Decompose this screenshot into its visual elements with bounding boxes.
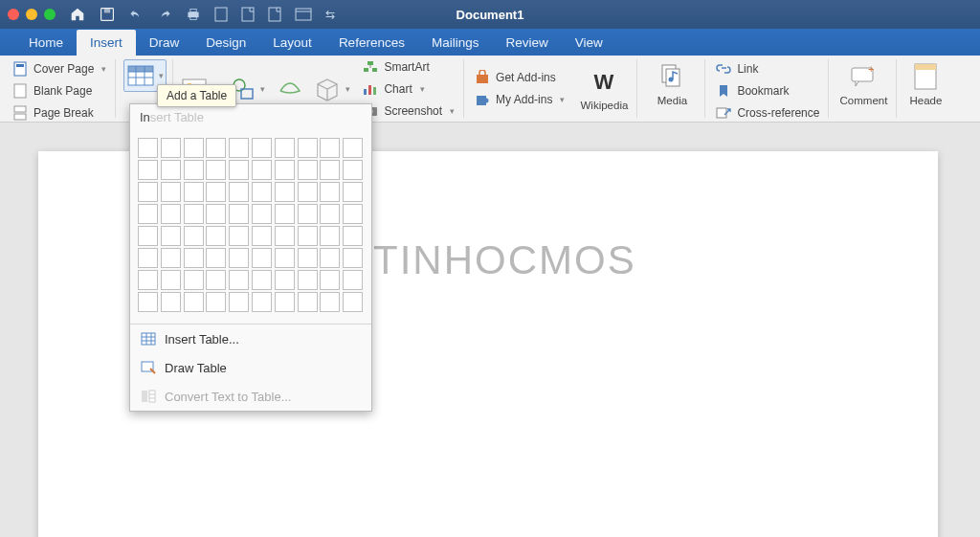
grid-cell[interactable]: [138, 270, 158, 290]
cross-reference-button[interactable]: Cross-reference: [713, 103, 822, 123]
grid-cell[interactable]: [138, 138, 158, 158]
home-icon[interactable]: [69, 6, 86, 23]
table-size-grid[interactable]: [130, 130, 371, 324]
my-addins-button[interactable]: My Add-ins▾: [472, 90, 568, 109]
grid-cell[interactable]: [206, 182, 226, 202]
grid-cell[interactable]: [343, 292, 363, 312]
grid-cell[interactable]: [161, 248, 181, 268]
grid-cell[interactable]: [138, 292, 158, 312]
grid-cell[interactable]: [229, 226, 249, 246]
grid-cell[interactable]: [184, 248, 204, 268]
grid-cell[interactable]: [206, 204, 226, 224]
media-button[interactable]: Media: [645, 59, 699, 108]
grid-cell[interactable]: [161, 270, 181, 290]
grid-cell[interactable]: [161, 138, 181, 158]
grid-cell[interactable]: [343, 204, 363, 224]
grid-cell[interactable]: [320, 226, 340, 246]
grid-cell[interactable]: [229, 270, 249, 290]
grid-cell[interactable]: [206, 248, 226, 268]
tab-home[interactable]: Home: [15, 30, 77, 56]
grid-cell[interactable]: [298, 204, 318, 224]
grid-cell[interactable]: [252, 226, 272, 246]
grid-cell[interactable]: [275, 182, 295, 202]
link-button[interactable]: Link: [713, 59, 822, 78]
grid-cell[interactable]: [161, 292, 181, 312]
icons-button[interactable]: [275, 76, 303, 102]
tab-design[interactable]: Design: [192, 30, 259, 56]
grid-cell[interactable]: [229, 204, 249, 224]
grid-cell[interactable]: [206, 292, 226, 312]
insert-table-item[interactable]: Insert Table...: [130, 324, 371, 353]
grid-cell[interactable]: [298, 182, 318, 202]
grid-cell[interactable]: [343, 138, 363, 158]
cover-page-button[interactable]: Cover Page▾: [10, 59, 109, 78]
grid-cell[interactable]: [320, 160, 340, 180]
grid-cell[interactable]: [298, 248, 318, 268]
tab-mailings[interactable]: Mailings: [418, 30, 493, 56]
header-button[interactable]: Heade: [904, 59, 947, 108]
grid-cell[interactable]: [229, 248, 249, 268]
grid-cell[interactable]: [252, 204, 272, 224]
print-icon[interactable]: [186, 7, 201, 22]
grid-cell[interactable]: [252, 138, 272, 158]
tab-view[interactable]: View: [562, 30, 616, 56]
grid-cell[interactable]: [252, 248, 272, 268]
tab-draw[interactable]: Draw: [136, 30, 193, 56]
grid-cell[interactable]: [138, 160, 158, 180]
grid-cell[interactable]: [343, 182, 363, 202]
blank-page-button[interactable]: Blank Page: [10, 81, 109, 101]
new-doc-icon-2[interactable]: [268, 7, 281, 22]
grid-cell[interactable]: [229, 182, 249, 202]
maximize-window-button[interactable]: [44, 9, 56, 20]
tab-layout[interactable]: Layout: [259, 30, 325, 56]
save-icon[interactable]: [100, 7, 115, 22]
grid-cell[interactable]: [184, 226, 204, 246]
grid-cell[interactable]: [320, 248, 340, 268]
comment-button[interactable]: + Comment: [836, 59, 890, 108]
chart-button[interactable]: Chart▾: [360, 79, 457, 99]
grid-cell[interactable]: [343, 160, 363, 180]
grid-cell[interactable]: [298, 226, 318, 246]
grid-cell[interactable]: [229, 292, 249, 312]
doc-icon[interactable]: [214, 7, 228, 22]
grid-cell[interactable]: [275, 226, 295, 246]
grid-cell[interactable]: [184, 138, 204, 158]
grid-cell[interactable]: [320, 204, 340, 224]
grid-cell[interactable]: [184, 292, 204, 312]
grid-cell[interactable]: [184, 204, 204, 224]
grid-cell[interactable]: [343, 270, 363, 290]
tab-insert[interactable]: Insert: [77, 30, 136, 56]
grid-cell[interactable]: [298, 292, 318, 312]
grid-cell[interactable]: [275, 138, 295, 158]
grid-cell[interactable]: [138, 182, 158, 202]
tab-references[interactable]: References: [325, 30, 418, 56]
grid-cell[interactable]: [252, 160, 272, 180]
grid-cell[interactable]: [161, 182, 181, 202]
redo-icon[interactable]: [157, 7, 172, 22]
3d-models-button[interactable]: ▾: [313, 76, 350, 102]
grid-cell[interactable]: [343, 226, 363, 246]
grid-cell[interactable]: [138, 226, 158, 246]
grid-cell[interactable]: [320, 292, 340, 312]
close-window-button[interactable]: [8, 9, 19, 20]
draw-table-item[interactable]: Draw Table: [130, 353, 371, 382]
grid-cell[interactable]: [229, 160, 249, 180]
grid-cell[interactable]: [320, 270, 340, 290]
grid-cell[interactable]: [229, 138, 249, 158]
grid-cell[interactable]: [206, 160, 226, 180]
grid-cell[interactable]: [320, 138, 340, 158]
grid-cell[interactable]: [252, 182, 272, 202]
bookmark-button[interactable]: Bookmark: [713, 81, 822, 101]
grid-cell[interactable]: [275, 292, 295, 312]
wikipedia-button[interactable]: W Wikipedia: [577, 64, 631, 113]
grid-cell[interactable]: [275, 270, 295, 290]
grid-cell[interactable]: [298, 138, 318, 158]
grid-cell[interactable]: [138, 248, 158, 268]
grid-cell[interactable]: [161, 226, 181, 246]
grid-cell[interactable]: [161, 160, 181, 180]
screenshot-button[interactable]: Screenshot▾: [360, 101, 457, 121]
grid-cell[interactable]: [275, 248, 295, 268]
grid-cell[interactable]: [184, 160, 204, 180]
new-doc-icon[interactable]: [241, 7, 255, 22]
grid-cell[interactable]: [184, 270, 204, 290]
